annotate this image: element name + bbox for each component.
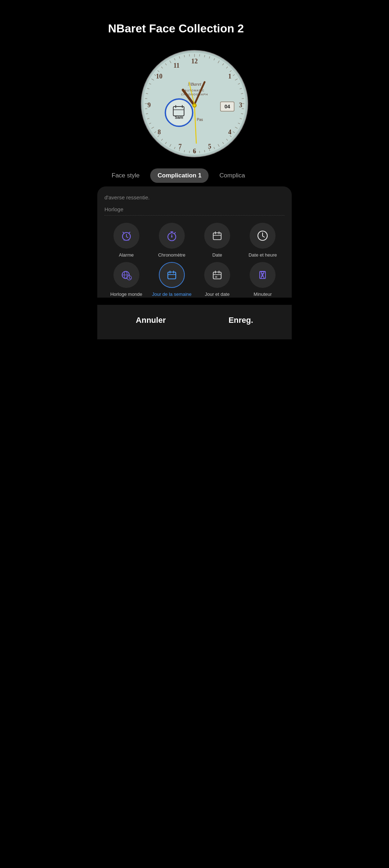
bottom-panel: d'averse ressentie. Horloge Alarme [97,186,292,297]
svg-line-61 [189,54,190,56]
calendar-day-icon [165,268,178,281]
option-date-heure[interactable]: Date et heure [241,223,285,258]
option-circle-alarme [113,223,139,249]
cancel-button[interactable]: Annuler [125,312,176,329]
option-minuteur[interactable]: Minuteur [241,262,285,298]
svg-line-16 [242,99,244,99]
svg-text:11: 11 [173,62,179,69]
option-circle-chronometre [159,223,185,249]
svg-rect-104 [168,272,176,279]
svg-point-94 [171,236,173,238]
option-label-horloge-monde: Horloge monde [110,291,142,298]
option-jour-semaine[interactable]: Jour de la semaine [150,262,193,298]
tabs-bar: Face style Complication 1 Complica [97,168,292,183]
svg-text:04: 04 [224,104,230,109]
tab-complication-2[interactable]: Complica [212,168,252,183]
svg-rect-108 [213,272,221,279]
svg-text:4: 4 [228,128,232,136]
svg-text:Sam: Sam [175,115,183,119]
option-label-jour-semaine: Jour de la semaine [152,291,192,298]
clock-icon [256,229,269,242]
svg-text:1: 1 [228,73,232,80]
bottom-buttons: Annuler Enreg. [97,305,292,339]
svg-text:10: 10 [156,73,162,80]
svg-text:12: 12 [191,58,198,65]
option-circle-minuteur [250,262,276,288]
option-horloge-monde[interactable]: Horloge monde [104,262,148,298]
svg-text:9: 9 [148,101,151,109]
watch-face-container: 12 1 3 4 5 6 7 8 9 10 11 NBaret AUTOMATI… [97,42,292,168]
watch-face: 12 1 3 4 5 6 7 8 9 10 11 NBaret AUTOMATI… [140,50,249,158]
option-jour-date[interactable]: Jour et date [196,262,239,298]
svg-text:Pas: Pas [197,118,203,122]
svg-text:6: 6 [193,148,196,155]
svg-text:8: 8 [158,128,161,136]
svg-point-79 [166,100,192,125]
option-label-jour-date: Jour et date [205,291,230,298]
tab-complication-1[interactable]: Complication 1 [150,168,209,183]
watch-face-svg: 12 1 3 4 5 6 7 8 9 10 11 NBaret AUTOMATI… [140,50,249,158]
alarm-icon [120,229,133,242]
svg-point-91 [193,104,196,107]
section-label: Horloge [104,206,285,216]
svg-line-33 [189,151,190,153]
options-grid: Alarme Chronomètre [104,223,285,298]
page-title: NBaret Face Collection 2 [108,22,281,35]
svg-text:5: 5 [208,143,211,150]
svg-rect-95 [213,233,221,240]
panel-subtitle: d'averse ressentie. [104,194,285,202]
stopwatch-icon [165,229,178,242]
option-chronometre[interactable]: Chronomètre [150,223,193,258]
option-label-date-heure: Date et heure [249,252,277,258]
svg-text:3: 3 [239,101,242,109]
svg-rect-112 [215,276,217,278]
calendar-icon [211,229,224,242]
option-alarme[interactable]: Alarme [104,223,148,258]
option-date[interactable]: Date [196,223,239,258]
header: NBaret Face Collection 2 [97,0,292,42]
option-label-date: Date [212,252,222,258]
timer-icon [256,268,269,281]
tab-face-style[interactable]: Face style [104,168,147,183]
option-label-minuteur: Minuteur [254,291,272,298]
option-label-chronometre: Chronomètre [158,252,185,258]
world-clock-icon [120,268,133,281]
save-button[interactable]: Enreg. [218,312,264,329]
svg-text:7: 7 [179,143,182,150]
svg-line-3 [200,54,200,56]
option-circle-date-heure [250,223,276,249]
option-circle-jour-semaine [159,262,185,288]
option-circle-date [204,223,230,249]
calendar-date-icon [211,268,224,281]
svg-line-31 [200,151,200,153]
option-label-alarme: Alarme [119,252,134,258]
option-circle-horloge-monde [113,262,139,288]
svg-line-48 [145,99,147,99]
svg-line-46 [145,109,147,109]
option-circle-jour-date [204,262,230,288]
